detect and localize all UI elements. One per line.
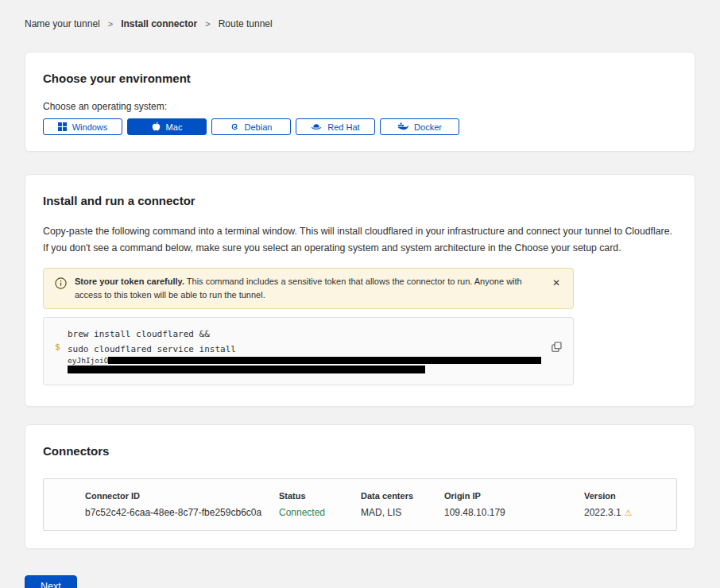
os-button-label: Red Hat bbox=[327, 122, 359, 132]
connectors-card: Connectors Connector ID Status Data cent… bbox=[25, 424, 695, 549]
header-origin-ip: Origin IP bbox=[444, 491, 584, 501]
command-line-2: sudo cloudflared service install bbox=[68, 342, 541, 357]
os-button-debian[interactable]: Debian bbox=[211, 118, 291, 135]
command-lines: brew install cloudflared && sudo cloudfl… bbox=[68, 327, 541, 376]
connectors-title: Connectors bbox=[43, 444, 677, 458]
version-warning-icon: ⚠ bbox=[625, 508, 633, 517]
apple-icon bbox=[152, 122, 161, 132]
token-warning-banner: Store your token carefully. This command… bbox=[43, 268, 574, 309]
token-warning-text: Store your token carefully. This command… bbox=[75, 275, 541, 302]
redacted-token-bar-2 bbox=[68, 366, 425, 373]
install-connector-card: Install and run a connector Copy-paste t… bbox=[25, 174, 695, 407]
environment-card-title: Choose your environment bbox=[43, 72, 677, 85]
install-connector-title: Install and run a connector bbox=[43, 194, 677, 207]
breadcrumb-install-connector[interactable]: Install connector bbox=[121, 18, 197, 29]
os-button-mac[interactable]: Mac bbox=[127, 118, 207, 135]
table-row: b7c52c42-6caa-48ee-8c77-fbe259cb6c0a Con… bbox=[85, 507, 668, 518]
next-button[interactable]: Next bbox=[25, 575, 77, 588]
os-button-label: Windows bbox=[72, 122, 108, 132]
install-command-block: $ brew install cloudflared && sudo cloud… bbox=[43, 317, 574, 385]
os-select-label: Choose an operating system: bbox=[43, 101, 677, 112]
version-value: 2022.3.1 bbox=[584, 507, 621, 518]
page: Name your tunnel > Install connector > R… bbox=[0, 0, 720, 588]
header-status: Status bbox=[279, 491, 361, 501]
os-button-label: Debian bbox=[245, 122, 273, 132]
environment-card: Choose your environment Choose an operat… bbox=[25, 52, 695, 152]
redacted-token-bar-1 bbox=[108, 357, 541, 364]
breadcrumb-name-your-tunnel[interactable]: Name your tunnel bbox=[25, 18, 100, 29]
close-icon[interactable]: ✕ bbox=[549, 277, 563, 289]
breadcrumb-separator: > bbox=[108, 19, 113, 29]
header-version: Version bbox=[584, 491, 668, 501]
header-data-centers: Data centers bbox=[361, 491, 444, 501]
token-prefix: eyJhIjoiO bbox=[68, 357, 108, 365]
breadcrumb-route-tunnel[interactable]: Route tunnel bbox=[219, 18, 273, 29]
connectors-table: Connector ID Status Data centers Origin … bbox=[43, 478, 677, 531]
os-button-redhat[interactable]: Red Hat bbox=[296, 118, 375, 135]
shell-prompt: $ bbox=[55, 342, 60, 352]
os-button-label: Docker bbox=[414, 122, 442, 132]
os-button-docker[interactable]: Docker bbox=[380, 118, 459, 135]
redhat-icon bbox=[311, 123, 322, 131]
breadcrumb-separator: > bbox=[205, 19, 210, 29]
command-line-1: brew install cloudflared && bbox=[68, 327, 541, 342]
docker-icon bbox=[397, 122, 408, 131]
cell-data-centers: MAD, LIS bbox=[361, 507, 444, 518]
cell-connector-id: b7c52c42-6caa-48ee-8c77-fbe259cb6c0a bbox=[85, 507, 279, 518]
windows-icon bbox=[58, 122, 67, 131]
header-connector-id: Connector ID bbox=[85, 491, 279, 501]
token-line: eyJhIjoiO bbox=[68, 357, 541, 365]
info-icon bbox=[55, 277, 67, 292]
copy-icon[interactable] bbox=[550, 340, 563, 356]
install-connector-description: Copy-paste the following command into a … bbox=[43, 223, 677, 257]
status-badge: Connected bbox=[279, 507, 361, 518]
breadcrumb: Name your tunnel > Install connector > R… bbox=[25, 18, 695, 29]
os-button-row: Windows Mac Debian Red Hat bbox=[43, 118, 677, 135]
debian-icon bbox=[230, 122, 239, 131]
cell-origin-ip: 109.48.10.179 bbox=[444, 507, 584, 518]
cell-version: 2022.3.1⚠ bbox=[584, 507, 668, 518]
table-header-row: Connector ID Status Data centers Origin … bbox=[85, 491, 668, 501]
os-button-label: Mac bbox=[166, 122, 183, 132]
os-button-windows[interactable]: Windows bbox=[43, 118, 122, 135]
token-warning-bold: Store your token carefully. bbox=[75, 277, 184, 286]
